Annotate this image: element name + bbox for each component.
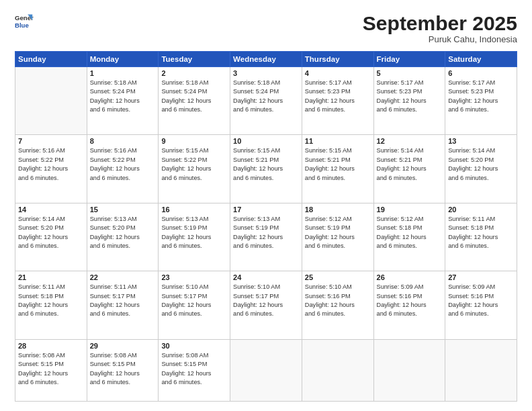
day-number: 12	[377, 137, 443, 145]
calendar-cell: 15Sunrise: 5:13 AM Sunset: 5:20 PM Dayli…	[87, 203, 159, 271]
day-number: 24	[233, 273, 299, 281]
day-info: Sunrise: 5:08 AM Sunset: 5:15 PM Dayligh…	[90, 351, 156, 387]
day-number: 13	[448, 137, 514, 145]
calendar-week-row: 14Sunrise: 5:14 AM Sunset: 5:20 PM Dayli…	[15, 203, 517, 271]
logo: General Blue	[15, 12, 34, 31]
calendar-day-header: Tuesday	[159, 52, 230, 67]
calendar-week-row: 28Sunrise: 5:08 AM Sunset: 5:15 PM Dayli…	[15, 339, 517, 401]
day-info: Sunrise: 5:17 AM Sunset: 5:23 PM Dayligh…	[448, 79, 514, 114]
day-info: Sunrise: 5:14 AM Sunset: 5:20 PM Dayligh…	[18, 215, 84, 250]
day-info: Sunrise: 5:10 AM Sunset: 5:16 PM Dayligh…	[305, 283, 371, 318]
day-info: Sunrise: 5:11 AM Sunset: 5:17 PM Dayligh…	[90, 283, 156, 318]
day-number: 19	[377, 205, 443, 214]
day-info: Sunrise: 5:14 AM Sunset: 5:21 PM Dayligh…	[377, 146, 443, 182]
day-number: 1	[90, 69, 156, 77]
day-info: Sunrise: 5:09 AM Sunset: 5:16 PM Dayligh…	[448, 283, 514, 318]
calendar-cell	[373, 339, 445, 401]
day-number: 18	[305, 205, 371, 214]
day-number: 29	[90, 342, 156, 350]
calendar-cell: 4Sunrise: 5:17 AM Sunset: 5:23 PM Daylig…	[302, 67, 373, 135]
day-number: 8	[90, 137, 156, 145]
day-number: 11	[305, 137, 371, 145]
calendar-cell: 6Sunrise: 5:17 AM Sunset: 5:23 PM Daylig…	[445, 67, 517, 135]
calendar-cell: 27Sunrise: 5:09 AM Sunset: 5:16 PM Dayli…	[445, 271, 517, 339]
calendar-cell: 22Sunrise: 5:11 AM Sunset: 5:17 PM Dayli…	[87, 271, 159, 339]
day-number: 7	[18, 137, 84, 145]
day-number: 21	[18, 273, 84, 281]
day-info: Sunrise: 5:14 AM Sunset: 5:20 PM Dayligh…	[448, 146, 514, 182]
calendar-cell	[230, 339, 302, 401]
calendar-week-row: 1Sunrise: 5:18 AM Sunset: 5:24 PM Daylig…	[15, 67, 517, 135]
calendar-cell: 20Sunrise: 5:11 AM Sunset: 5:18 PM Dayli…	[445, 203, 517, 271]
calendar-cell: 29Sunrise: 5:08 AM Sunset: 5:15 PM Dayli…	[87, 339, 159, 401]
calendar-day-header: Monday	[87, 52, 159, 67]
logo-icon: General Blue	[15, 12, 34, 31]
day-info: Sunrise: 5:08 AM Sunset: 5:15 PM Dayligh…	[161, 351, 227, 387]
calendar-cell: 1Sunrise: 5:18 AM Sunset: 5:24 PM Daylig…	[87, 67, 159, 135]
day-info: Sunrise: 5:13 AM Sunset: 5:19 PM Dayligh…	[161, 215, 227, 250]
day-number: 27	[448, 273, 514, 281]
calendar-cell: 14Sunrise: 5:14 AM Sunset: 5:20 PM Dayli…	[15, 203, 87, 271]
calendar-cell: 16Sunrise: 5:13 AM Sunset: 5:19 PM Dayli…	[159, 203, 230, 271]
calendar-cell: 28Sunrise: 5:08 AM Sunset: 5:15 PM Dayli…	[15, 339, 87, 401]
day-info: Sunrise: 5:10 AM Sunset: 5:17 PM Dayligh…	[161, 283, 227, 318]
day-info: Sunrise: 5:11 AM Sunset: 5:18 PM Dayligh…	[448, 215, 514, 250]
calendar-cell	[445, 339, 517, 401]
calendar-cell: 8Sunrise: 5:16 AM Sunset: 5:22 PM Daylig…	[87, 135, 159, 203]
day-number: 9	[161, 137, 227, 145]
day-number: 28	[18, 342, 84, 350]
calendar-cell: 7Sunrise: 5:16 AM Sunset: 5:22 PM Daylig…	[15, 135, 87, 203]
day-number: 10	[233, 137, 299, 145]
day-info: Sunrise: 5:17 AM Sunset: 5:23 PM Dayligh…	[377, 79, 443, 114]
day-number: 17	[233, 205, 299, 214]
calendar-cell: 2Sunrise: 5:18 AM Sunset: 5:24 PM Daylig…	[159, 67, 230, 135]
day-info: Sunrise: 5:08 AM Sunset: 5:15 PM Dayligh…	[18, 351, 84, 387]
calendar-day-header: Sunday	[15, 52, 87, 67]
svg-text:Blue: Blue	[15, 21, 29, 29]
calendar-cell: 21Sunrise: 5:11 AM Sunset: 5:18 PM Dayli…	[15, 271, 87, 339]
calendar-cell	[302, 339, 373, 401]
day-info: Sunrise: 5:11 AM Sunset: 5:18 PM Dayligh…	[18, 283, 84, 318]
calendar-cell: 5Sunrise: 5:17 AM Sunset: 5:23 PM Daylig…	[373, 67, 445, 135]
calendar-cell: 24Sunrise: 5:10 AM Sunset: 5:17 PM Dayli…	[230, 271, 302, 339]
day-number: 4	[305, 69, 371, 77]
day-number: 25	[305, 273, 371, 281]
calendar-day-header: Saturday	[445, 52, 517, 67]
calendar-cell: 9Sunrise: 5:15 AM Sunset: 5:22 PM Daylig…	[159, 135, 230, 203]
calendar-week-row: 21Sunrise: 5:11 AM Sunset: 5:18 PM Dayli…	[15, 271, 517, 339]
calendar-day-header: Friday	[373, 52, 445, 67]
calendar-cell: 13Sunrise: 5:14 AM Sunset: 5:20 PM Dayli…	[445, 135, 517, 203]
day-number: 3	[233, 69, 299, 77]
month-title: September 2025	[363, 12, 517, 34]
calendar-table: SundayMondayTuesdayWednesdayThursdayFrid…	[15, 51, 517, 402]
calendar-cell: 11Sunrise: 5:15 AM Sunset: 5:21 PM Dayli…	[302, 135, 373, 203]
day-info: Sunrise: 5:15 AM Sunset: 5:21 PM Dayligh…	[305, 146, 371, 182]
day-info: Sunrise: 5:12 AM Sunset: 5:18 PM Dayligh…	[377, 215, 443, 250]
day-info: Sunrise: 5:18 AM Sunset: 5:24 PM Dayligh…	[90, 79, 156, 114]
title-block: September 2025 Puruk Cahu, Indonesia	[363, 12, 517, 44]
day-info: Sunrise: 5:12 AM Sunset: 5:19 PM Dayligh…	[305, 215, 371, 250]
calendar-cell: 17Sunrise: 5:13 AM Sunset: 5:19 PM Dayli…	[230, 203, 302, 271]
page: General Blue September 2025 Puruk Cahu, …	[0, 0, 532, 411]
day-number: 5	[377, 69, 443, 77]
calendar-header-row: SundayMondayTuesdayWednesdayThursdayFrid…	[15, 52, 517, 67]
calendar-cell: 25Sunrise: 5:10 AM Sunset: 5:16 PM Dayli…	[302, 271, 373, 339]
day-number: 22	[90, 273, 156, 281]
day-number: 6	[448, 69, 514, 77]
calendar-day-header: Thursday	[302, 52, 373, 67]
day-info: Sunrise: 5:18 AM Sunset: 5:24 PM Dayligh…	[233, 79, 299, 114]
day-info: Sunrise: 5:16 AM Sunset: 5:22 PM Dayligh…	[90, 146, 156, 182]
day-number: 16	[161, 205, 227, 214]
day-info: Sunrise: 5:16 AM Sunset: 5:22 PM Dayligh…	[18, 146, 84, 182]
location: Puruk Cahu, Indonesia	[363, 34, 517, 44]
day-info: Sunrise: 5:17 AM Sunset: 5:23 PM Dayligh…	[305, 79, 371, 114]
day-number: 20	[448, 205, 514, 214]
day-number: 30	[161, 342, 227, 350]
day-number: 15	[90, 205, 156, 214]
day-number: 14	[18, 205, 84, 214]
calendar-day-header: Wednesday	[230, 52, 302, 67]
day-info: Sunrise: 5:13 AM Sunset: 5:19 PM Dayligh…	[233, 215, 299, 250]
calendar-cell: 10Sunrise: 5:15 AM Sunset: 5:21 PM Dayli…	[230, 135, 302, 203]
day-info: Sunrise: 5:10 AM Sunset: 5:17 PM Dayligh…	[233, 283, 299, 318]
calendar-cell: 23Sunrise: 5:10 AM Sunset: 5:17 PM Dayli…	[159, 271, 230, 339]
